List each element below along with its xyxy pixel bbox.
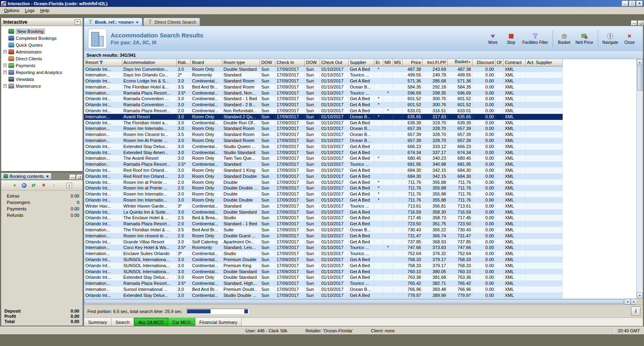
column-header-dow[interactable]: DOW	[305, 59, 320, 66]
bottom-tab-search[interactable]: Search	[111, 318, 134, 326]
table-row[interactable]: Internation...The Floridian Hotel & ...3…	[84, 227, 563, 233]
table-row[interactable]: Internation...The Floridian Hotel &...3.…	[84, 84, 563, 90]
table-row[interactable]: Internation...Ramada Plaza Resort...3.5*…	[84, 161, 563, 167]
sidebar-item-new-booking[interactable]: +New Booking	[1, 28, 83, 35]
table-row[interactable]: Internation...The Avanti Resort3.0Room O…	[84, 155, 563, 161]
scroll-left-icon[interactable]: ◄	[624, 299, 631, 305]
column-header-discount[interactable]: Discount	[473, 59, 495, 66]
tab-book-ref-none[interactable]: Book. ref.: <none>×	[84, 18, 142, 26]
table-row[interactable]: Internation...Rosen Inn Internatio...3.0…	[84, 126, 563, 132]
table-row[interactable]: Internation...Enclave Suites Orlando3*Co…	[84, 251, 563, 257]
panel-restore-button[interactable]: ❏	[76, 175, 83, 180]
table-row[interactable]: Orlando Int...Red Roof Inn Orland...3.0R…	[84, 173, 563, 179]
sidebar-item-viewdata[interactable]: +Viewdata	[1, 76, 83, 82]
table-row[interactable]: Orlando Int...Rosen Inn Internatio...3.0…	[84, 197, 563, 203]
table-row[interactable]: Orlando Int...Rosen Inn at Pointe ...2.0…	[84, 185, 563, 191]
table-row[interactable]: Internation...Coco Key Hotel & Wa...3.5*…	[84, 245, 563, 251]
nett-price-button[interactable]: Nett Price	[576, 33, 593, 45]
column-header-nr[interactable]: NR	[383, 59, 393, 66]
column-header-of[interactable]: Of	[495, 59, 504, 66]
table-row[interactable]: Orlando Int...The Floridian Hotel a...3.…	[84, 120, 563, 126]
add-icon[interactable]: +	[12, 182, 18, 188]
booking-contents-close-icon[interactable]: ×	[46, 174, 48, 179]
expander-icon[interactable]: +	[3, 70, 7, 74]
sidebar-item-payments[interactable]: +Payments	[1, 62, 83, 69]
column-header-rati[interactable]: Rati...	[176, 59, 191, 66]
expander-icon[interactable]: +	[3, 64, 7, 67]
table-row[interactable]: Orlando Int...SUNSOL Internationa...3.0C…	[84, 257, 563, 263]
vertical-scroll-thumb[interactable]	[637, 66, 642, 91]
column-header-basket[interactable]: Basket▼	[448, 59, 473, 66]
sidebar-collapse-button[interactable]: −	[74, 19, 80, 25]
table-row[interactable]: Orlando Int...Extended Stay Delux...3.0C…	[84, 144, 563, 150]
tab-close-icon[interactable]: ×	[136, 20, 138, 25]
stop-button[interactable]: Stop	[504, 33, 518, 45]
column-header-contract[interactable]: Contract	[504, 59, 526, 66]
close-button[interactable]: ×	[636, 1, 643, 6]
table-row[interactable]: Internation...Rosen Inn closest to ...2.…	[84, 233, 563, 239]
table-row[interactable]: Internation...Ramada Plaza Resort...3.5*…	[84, 280, 563, 286]
column-header-room-type[interactable]: Room type	[222, 59, 260, 66]
basket-button[interactable]: Basket	[557, 33, 571, 45]
table-row[interactable]: Orlando Int...Rosen Inn Internatio...3.0…	[84, 191, 563, 197]
table-row[interactable]: Orlando Int...Extended Stay Delux...3.0R…	[84, 274, 563, 280]
menu-options[interactable]: Options	[1, 7, 22, 14]
column-header-incl-fl-pp[interactable]: Incl.Fl.PP	[423, 59, 448, 66]
delete-icon[interactable]: ×	[41, 182, 47, 188]
more-button[interactable]: More	[486, 33, 500, 45]
table-row[interactable]: Orlando Int...Red Roof Inn Orland...3.0R…	[84, 167, 563, 173]
tab-direct-clients-search[interactable]: Direct Clients Search	[143, 18, 200, 26]
column-header-price[interactable]: Price	[402, 59, 423, 66]
table-row[interactable]: Orlando Int...Ramada Convention ...3.0Co…	[84, 96, 563, 102]
table-row[interactable]: Orlando Int...Ramada Plaza Resort...2.0C…	[84, 108, 563, 114]
table-row[interactable]: Internation...Days Inn Orlando Co...2*Ro…	[84, 72, 563, 78]
table-row[interactable]: Internation...Rosen Inn Closest to...3.5…	[84, 132, 563, 138]
strip-minimize-button[interactable]: —	[631, 21, 637, 26]
table-row[interactable]: Orlando Int...Rosen Inn at Pointe ...2.0…	[84, 179, 563, 185]
bottom-tab-car-mco[interactable]: Car MCO	[168, 318, 195, 326]
table-row[interactable]: Internation...Ramada Plaza Resort...3.5*…	[84, 90, 563, 96]
table-row[interactable]: Orlando Int...Grande Villas Resort3.0Sel…	[84, 239, 563, 245]
table-row[interactable]: Internation...Sunsol International ...3.…	[84, 286, 563, 292]
table-row[interactable]: Orlando Int...Ramada Plaza Resort...2.0C…	[84, 221, 563, 227]
column-header-resort[interactable]: Resort	[84, 59, 122, 66]
sidebar-item-direct-clients[interactable]: +Direct Clients	[1, 55, 83, 62]
export-icon[interactable]: ↑	[51, 182, 57, 188]
table-row[interactable]: Orlando Int...SUNSOL Internationa...3.0C…	[84, 269, 563, 275]
horizontal-scrollbar[interactable]: ◄ ►	[84, 299, 637, 305]
bottom-tab-acc-2a-mco[interactable]: Acc 2A MCO	[134, 318, 168, 326]
sidebar-item-maintenance[interactable]: +Maintenance	[1, 82, 83, 89]
table-row[interactable]: Orlando Int...La Quinta Inn & Suite...3.…	[84, 209, 563, 215]
bottom-tab-summary[interactable]: Summary	[84, 318, 111, 326]
sidebar-item-quick-quotes[interactable]: +Quick Quotes	[1, 41, 83, 48]
table-row[interactable]: Orlando Int...Extended Stay Ameri...3.0C…	[84, 150, 563, 156]
table-row[interactable]: Orlando Int...Econo Lodge Inn & S...3.0C…	[84, 78, 563, 84]
column-header-board[interactable]: Board	[191, 59, 222, 66]
column-header-dow[interactable]: DOW	[260, 59, 275, 66]
table-row[interactable]: Orlando Int...Days Inn Convention...3.0R…	[84, 66, 563, 72]
column-header-act-supplier[interactable]: Act. Supplier	[526, 59, 563, 66]
column-header-check-out[interactable]: Check Out	[320, 59, 349, 66]
expander-icon[interactable]: +	[3, 84, 7, 88]
scroll-down-icon[interactable]: ▼	[637, 292, 643, 299]
sidebar-item-administrator[interactable]: +Administrator	[1, 48, 83, 55]
close-button[interactable]: ×Close	[623, 33, 636, 45]
maximize-button[interactable]: □	[629, 1, 636, 6]
sidebar-item-reporting-and-analytics[interactable]: +Reporting and Analytics	[1, 69, 83, 76]
bottom-tab-financial-summary[interactable]: Financial Summary	[195, 318, 242, 326]
column-header-er[interactable]: Er	[374, 59, 383, 66]
minimize-button[interactable]: _	[622, 1, 628, 6]
strip-restore-button[interactable]: ❏	[638, 21, 644, 26]
panel-minimize-button[interactable]: —	[70, 175, 76, 180]
table-row[interactable]: Orlando Int...The Enclave Hotel & ...2.5…	[84, 215, 563, 221]
column-header-ms[interactable]: MS	[393, 59, 402, 66]
vertical-scrollbar[interactable]: ▲ ▼	[636, 59, 643, 299]
menu-help[interactable]: Help	[37, 7, 52, 14]
navigate-button[interactable]: Navigate	[603, 33, 618, 45]
table-row[interactable]: Winter Hav...Winter Haven Garde...3*Cont…	[84, 203, 563, 209]
column-header-check-in[interactable]: Check In	[275, 59, 305, 66]
expander-icon[interactable]: +	[3, 50, 7, 54]
column-header-supplier[interactable]: Supplier	[349, 59, 374, 66]
horizontal-scroll-thumb[interactable]	[85, 299, 624, 304]
booking-contents-tab[interactable]: Booking contents ×	[1, 173, 52, 180]
